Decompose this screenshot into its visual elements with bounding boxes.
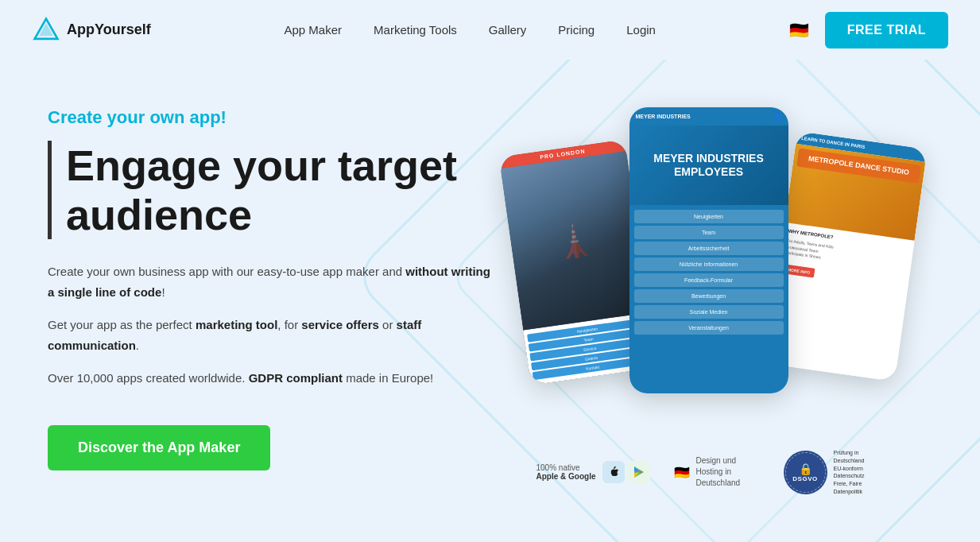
hero-body-2-bold2: service offers [301,318,379,331]
badges-row: 100% native Apple & Google 🇩🇪 Design und… [536,449,889,496]
nav-item-pricing[interactable]: Pricing [558,23,595,37]
person-icon: 👤 [773,112,782,121]
nav-item-app-maker[interactable]: App Maker [285,23,343,37]
hero-headline-line1: Engage your target [66,141,457,189]
logo[interactable]: AppYourself [32,16,151,45]
google-play-icon[interactable] [628,461,650,483]
hero-body-1: Create your own business app with our ea… [48,261,493,302]
navbar: AppYourself App Maker Marketing Tools Ga… [0,0,980,60]
free-trial-button[interactable]: FREE TRIAL [825,12,948,48]
badge-native: 100% native Apple & Google [536,461,650,483]
phone-left-image: 🗼 [500,151,649,330]
center-menu-neuigkeiten: Neuigkeiten [634,210,784,223]
hero-headline-line2: audience [66,191,252,238]
dsgvo-badge-circle: 🔒 DSGVO [784,451,827,494]
center-menu-arbeit: Arbeitssicherheit [634,242,784,255]
center-menu-nutzlich: Nützliche Informationen [634,257,784,271]
hero-tagline: Create your own app! [48,107,493,128]
center-menu: Neuigkeiten Team Arbeitssicherheit Nützl… [629,205,788,393]
nav-item-gallery[interactable]: Gallery [489,23,527,37]
stars-ring [785,452,826,493]
center-menu-soziale: Soziale Medien [634,305,784,319]
logo-text: AppYourself [67,21,151,38]
center-menu-veranst: Veranstaltungen [634,321,784,335]
hero-right: PRO LONDON 🗼 Neuigkeiten Team Service Ga… [493,107,932,505]
hero-body-2: Get your app as the perfect marketing to… [48,315,493,355]
center-phone-header: MEYER INDUSTRIES 👤 [629,107,788,126]
center-menu-feedback: Feedback-Formular [634,273,784,287]
phones-mockup: PRO LONDON 🗼 Neuigkeiten Team Service Ga… [506,99,920,433]
badge-native-text: 100% native Apple & Google [536,463,596,481]
phone-center: MEYER INDUSTRIES 👤 MEYER INDUSTRIES EMPL… [629,107,788,393]
german-flag-badge: 🇩🇪 [674,465,690,480]
hero-left: Create your own app! Engage your target … [48,107,493,470]
dsgvo-description: Prüfung in DeutschlandEU-konform Datensc… [834,449,889,496]
discover-app-maker-button[interactable]: Discover the App Maker [48,425,270,470]
design-hosting-text: Design und Hosting in Deutschland [696,455,760,489]
center-header-logo: MEYER INDUSTRIES [636,114,691,119]
logo-icon [32,16,60,45]
nav-item-marketing-tools[interactable]: Marketing Tools [374,23,457,37]
store-icons [602,461,650,483]
nav-links: App Maker Marketing Tools Gallery Pricin… [285,23,656,37]
hero-section: Create your own app! Engage your target … [0,60,980,542]
hero-body-3-bold: GDPR compliant [249,371,343,385]
badge-dsgvo: 🔒 DSGVO Prüfung in DeutschlandEU-konform… [784,449,889,496]
hero-body-3: Over 10,000 apps created worldwide. GDPR… [48,368,493,389]
nav-item-login[interactable]: Login [626,23,656,37]
hero-body-3-plain: Over 10,000 apps created worldwide. [48,371,249,385]
nav-right: 🇩🇪 FREE TRIAL [789,12,948,48]
apple-store-icon[interactable] [602,461,625,483]
center-menu-bewerbungen: Bewerbungen [634,289,784,303]
center-hero-image: MEYER INDUSTRIES EMPLOYEES [629,126,788,205]
language-flag[interactable]: 🇩🇪 [789,21,809,40]
hero-headline: Engage your target audience [48,141,493,239]
hero-body-1-plain: Create your own business app with our ea… [48,265,405,278]
center-menu-team: Team [634,226,784,239]
tower-icon: 🗼 [552,219,597,262]
badge-design: 🇩🇪 Design und Hosting in Deutschland [674,455,760,489]
phone-right: LEARN TO DANCE IN PARIS METROPOLE DANCE … [765,131,927,381]
hero-body-2-plain1: Get your app as the perfect [48,318,196,331]
hero-body-2-bold1: marketing tool [196,318,277,331]
center-hero-text: MEYER INDUSTRIES EMPLOYEES [653,152,763,179]
